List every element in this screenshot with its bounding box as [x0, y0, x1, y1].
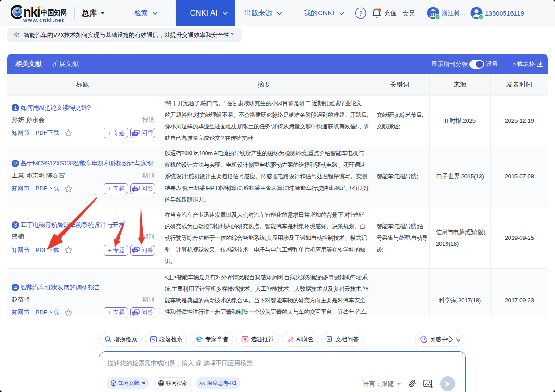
svg-text:www.cnki.net: www.cnki.net	[23, 17, 64, 23]
svg-text:SS: SS	[199, 380, 205, 386]
svg-text:中国知网: 中国知网	[41, 8, 67, 17]
svg-text:?: ?	[359, 9, 362, 17]
